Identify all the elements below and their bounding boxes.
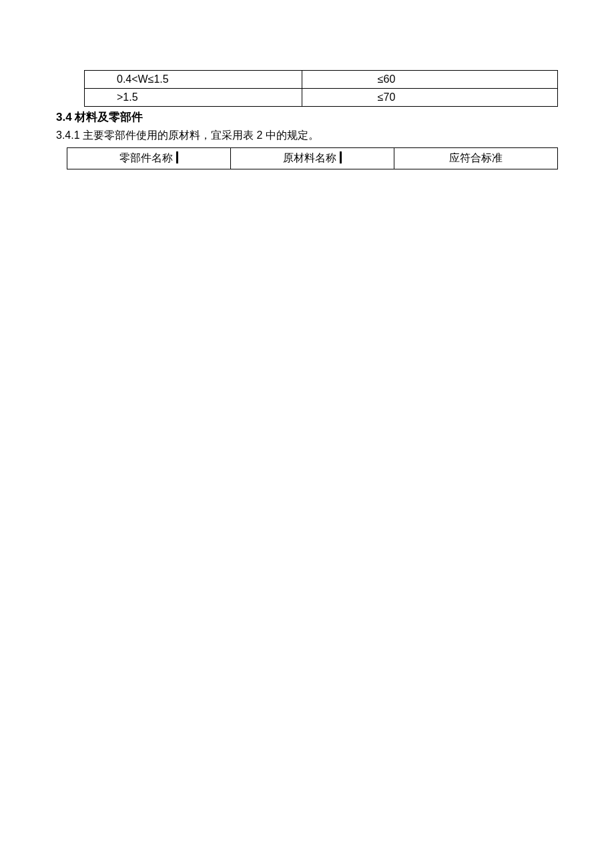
limit-cell: ≤70: [302, 89, 558, 107]
range-cell: 0.4<W≤1.5: [85, 71, 302, 89]
header-col2: 原材料名称: [231, 148, 394, 169]
table-ranges: 0.4<W≤1.5 ≤60 >1.5 ≤70: [84, 70, 558, 107]
header-col1: 零部件名称: [67, 148, 231, 169]
table-materials-header: 零部件名称 原材料名称 应符合标准: [67, 147, 558, 169]
header-col2-text: 原材料名称: [283, 152, 342, 163]
header-col1-text: 零部件名称: [119, 152, 178, 163]
page-content: 0.4<W≤1.5 ≤60 >1.5 ≤70 3.4 材料及零部件 3.4.1 …: [0, 70, 614, 169]
section-title: 材料及零部件: [75, 111, 143, 123]
limit-cell: ≤60: [302, 71, 558, 89]
paragraph-text: 3.4.1 主要零部件使用的原材料，宜采用表 2 中的规定。: [56, 127, 558, 143]
range-cell: >1.5: [85, 89, 302, 107]
header-col3-text: 应符合标准: [449, 152, 503, 163]
section-number: 3.4: [56, 111, 72, 123]
table-row: 0.4<W≤1.5 ≤60: [85, 71, 558, 89]
table-row: >1.5 ≤70: [85, 89, 558, 107]
header-col3: 应符合标准: [394, 148, 558, 169]
table-header-row: 零部件名称 原材料名称 应符合标准: [67, 148, 558, 169]
section-heading: 3.4 材料及零部件: [56, 109, 558, 125]
